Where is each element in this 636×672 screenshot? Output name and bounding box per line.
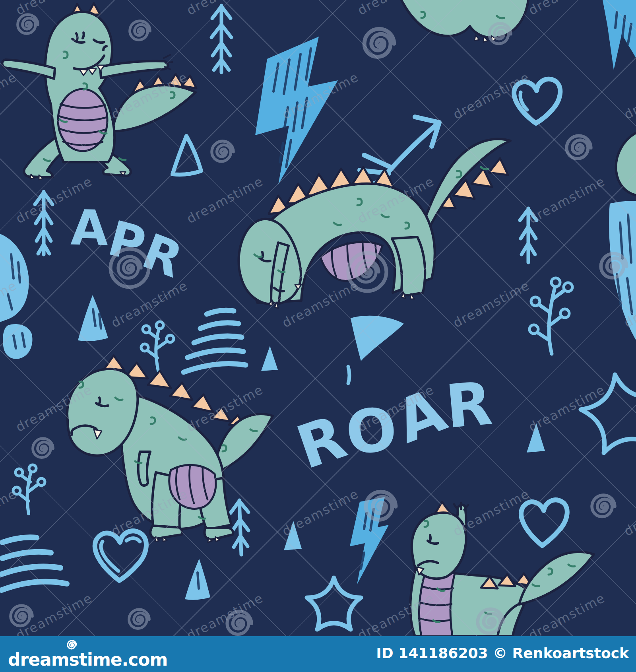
pattern-artwork	[0, 0, 636, 636]
warrior-pose-dino	[2, 3, 196, 180]
fir-twig-icon	[35, 192, 52, 254]
heart-icon	[95, 531, 146, 581]
heart-icon	[514, 79, 560, 123]
fir-twig-icon	[231, 500, 248, 555]
lightning-bolt-icon	[255, 37, 338, 185]
walking-dino	[67, 355, 273, 542]
exclamation-brush-icon	[0, 234, 33, 359]
berry-branch-icon	[529, 278, 572, 354]
triangle-icon	[261, 346, 278, 371]
star-icon	[307, 578, 361, 629]
berry-branch-icon	[13, 465, 45, 514]
downward-dog-dino	[239, 139, 510, 309]
lettering-char: A	[70, 200, 112, 256]
fir-twig-icon	[520, 208, 537, 262]
triangle-icon	[284, 521, 302, 550]
lightning-bolt-icon	[603, 0, 636, 70]
star-icon	[581, 375, 636, 453]
logo-text: dreamstime.com	[8, 649, 167, 670]
fir-twig-icon	[211, 6, 231, 72]
heart-icon	[521, 500, 567, 546]
scribble-stripes-icon	[2, 537, 67, 590]
dreamstime-logo: dreamstime.com	[8, 649, 167, 670]
exclaim-wedge-icon	[348, 316, 404, 383]
spiral-icon	[67, 640, 77, 650]
triangle-icon	[527, 423, 545, 453]
scribble-stripes-icon	[184, 310, 246, 372]
lightning-bolt-icon	[350, 497, 389, 585]
arrow-icon	[360, 117, 439, 186]
stock-image-page: APR ROAR dreamstimedreamstimedreamstime	[0, 0, 636, 672]
footer-bar: dreamstime.com ID 141186203 © Renkoartst…	[0, 636, 636, 672]
lettering-char: R	[443, 369, 498, 441]
partial-dino-top-edge	[400, 0, 529, 42]
triangle-icon	[185, 559, 210, 600]
triangle-icon	[173, 136, 201, 175]
berry-branch-icon	[141, 322, 174, 371]
image-credit: ID 141186203 © Renkoartstock	[376, 645, 629, 661]
partial-dino-right-edge	[616, 132, 636, 196]
brush-stroke-icon	[609, 201, 636, 343]
triangle-icon	[78, 295, 108, 341]
